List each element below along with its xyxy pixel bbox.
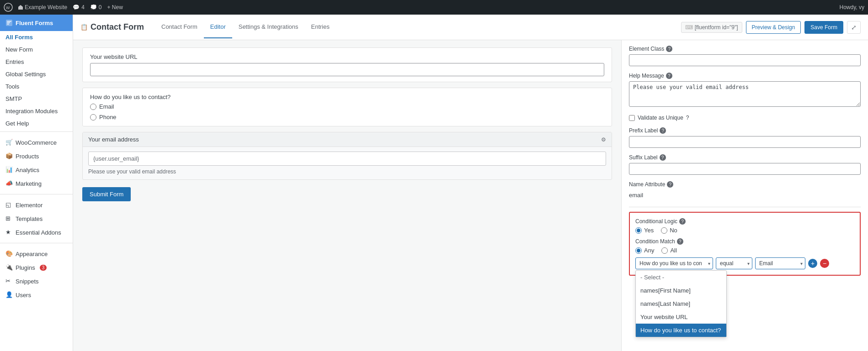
comment-icon: 💬 [73,4,80,10]
sidebar-item-get-help[interactable]: Get Help [0,117,73,130]
conditional-logic-radio-group: Yes No [635,227,854,234]
conditional-no[interactable]: No [661,227,677,234]
submit-form-button[interactable]: Submit Form [82,187,131,201]
condition-field-dropdown: - Select - names[First Name] names[Last … [635,270,727,337]
dropdown-item-contact-how[interactable]: How do you like us to contact? [636,324,726,337]
email-field-settings-icon[interactable]: ⚙ [601,136,606,143]
sidebar-item-tools[interactable]: Tools [0,80,73,93]
suffix-label-input[interactable] [629,163,861,175]
shortcode-display[interactable]: ⌨ [fluentform id="9"] [681,22,742,33]
marketing-icon: 📣 [5,180,13,187]
condition-any[interactable]: Any [635,247,654,254]
help-message-section: Help Message ? Please use your valid ema… [629,73,861,108]
bubble-count[interactable]: 💭 0 [90,4,102,10]
sidebar-item-smtp[interactable]: SMTP [0,93,73,105]
radio-phone[interactable]: Phone [90,114,604,120]
fluent-forms-icon [5,19,13,26]
sidebar-item-integration-modules[interactable]: Integration Modules [0,105,73,117]
products-icon: 📦 [5,152,13,160]
condition-add-button[interactable]: + [808,259,817,268]
conditional-yes[interactable]: Yes [635,227,654,234]
validate-unique-row[interactable]: Validate as Unique ? [629,115,861,121]
tab-settings-integrations[interactable]: Settings & Integrations [232,16,305,38]
form-canvas: Your website URL How do you like us to c… [73,40,621,351]
sidebar-item-templates[interactable]: ⊞ Templates [0,212,73,225]
dropdown-item-last-name[interactable]: names[Last Name] [636,297,726,310]
new-content-button[interactable]: + New [107,4,123,10]
condition-remove-button[interactable]: − [820,259,829,268]
condition-operator-wrapper: equal [716,257,752,269]
sidebar-item-essential-addons[interactable]: ★ Essential Addons [0,225,73,239]
dropdown-item-first-name[interactable]: names[First Name] [636,284,726,297]
validate-unique-section: Validate as Unique ? [629,115,861,121]
tab-contact-form[interactable]: Contact Form [155,16,204,38]
condition-value-select[interactable]: Email [755,257,805,269]
sidebar-item-analytics[interactable]: 📊 Analytics [0,163,73,177]
name-attribute-help-icon[interactable]: ? [667,181,673,188]
sidebar-item-global-settings[interactable]: Global Settings [0,68,73,80]
sidebar-item-entries[interactable]: Entries [0,56,73,68]
condition-all[interactable]: All [661,247,676,254]
radio-phone-input[interactable] [90,114,96,120]
validate-unique-checkbox[interactable] [629,115,635,121]
suffix-label-help-icon[interactable]: ? [660,154,666,161]
expand-button[interactable]: ⤢ [847,21,861,34]
dropdown-item-website-url[interactable]: Your website URL [636,310,726,324]
condition-row: How do you like us to con equal Email [635,257,854,269]
sidebar-divider-3 [0,243,73,243]
element-class-help-icon[interactable]: ? [666,46,672,52]
sidebar-item-users[interactable]: 👤 Users [0,288,73,302]
sidebar-item-marketing[interactable]: 📣 Marketing [0,177,73,190]
help-message-help-icon[interactable]: ? [666,73,672,79]
email-placeholder-input[interactable] [88,152,606,166]
condition-field-wrapper: How do you like us to con [635,257,713,269]
sidebar-item-all-forms[interactable]: All Forms [0,31,73,43]
website-url-label: Your website URL [90,53,604,60]
contact-method-radio-group: Email Phone [90,103,604,120]
conditional-logic-help-icon[interactable]: ? [679,218,686,225]
sidebar-item-new-form[interactable]: New Form [0,43,73,56]
sidebar-item-products[interactable]: 📦 Products [0,149,73,163]
sidebar-item-elementor[interactable]: ◱ Elementor [0,198,73,212]
help-message-textarea[interactable]: Please use your valid email address [629,81,861,107]
name-attribute-section: Name Attribute ? email [629,181,861,200]
svg-marker-3 [18,5,23,7]
prefix-label-help-icon[interactable]: ? [660,127,666,134]
validate-unique-help-icon[interactable]: ? [686,115,689,121]
condition-operator-select[interactable]: equal [716,257,752,269]
site-name[interactable]: Example Website [18,4,67,10]
prefix-label-input[interactable] [629,136,861,148]
sidebar-item-snippets[interactable]: ✂ Snippets [0,274,73,288]
dropdown-item-select[interactable]: - Select - [636,271,726,284]
sidebar-fluent-forms-header[interactable]: Fluent Forms [0,15,73,31]
conditional-no-radio[interactable] [661,227,667,234]
preview-design-button[interactable]: Preview & Design [746,21,801,34]
woocommerce-icon: 🛒 [5,139,13,146]
bubble-icon: 💭 [90,4,97,10]
website-url-input[interactable] [90,63,604,76]
tab-editor[interactable]: Editor [204,16,232,38]
sidebar-item-plugins[interactable]: 🔌 Plugins 3 [0,261,73,274]
comment-count[interactable]: 💬 4 [73,4,85,10]
conditional-yes-radio[interactable] [635,227,642,234]
condition-any-radio[interactable] [635,247,642,254]
right-panel: Element Class ? Help Message ? Please us… [621,40,868,351]
condition-field-select[interactable]: How do you like us to con [635,257,713,269]
svg-rect-7 [7,24,9,25]
sidebar-page-builder-section: ◱ Elementor ⊞ Templates ★ Essential Addo… [0,196,73,241]
svg-rect-6 [7,22,10,23]
radio-email-input[interactable] [90,104,96,110]
sidebar-item-appearance[interactable]: 🎨 Appearance [0,247,73,261]
email-address-field-block: Your email address ⚙ Please use your val… [82,132,612,180]
condition-match-label: Condition Match ? [635,238,854,245]
element-class-input[interactable] [629,54,861,66]
name-attribute-label: Name Attribute ? [629,181,861,188]
save-form-button[interactable]: Save Form [804,21,843,34]
condition-all-radio[interactable] [661,247,668,254]
radio-email[interactable]: Email [90,103,604,110]
condition-match-help-icon[interactable]: ? [677,238,683,245]
radio-phone-label: Phone [99,114,117,120]
svg-rect-2 [18,7,23,10]
tab-entries[interactable]: Entries [305,16,336,38]
sidebar-item-woocommerce[interactable]: 🛒 WooCommerce [0,136,73,149]
